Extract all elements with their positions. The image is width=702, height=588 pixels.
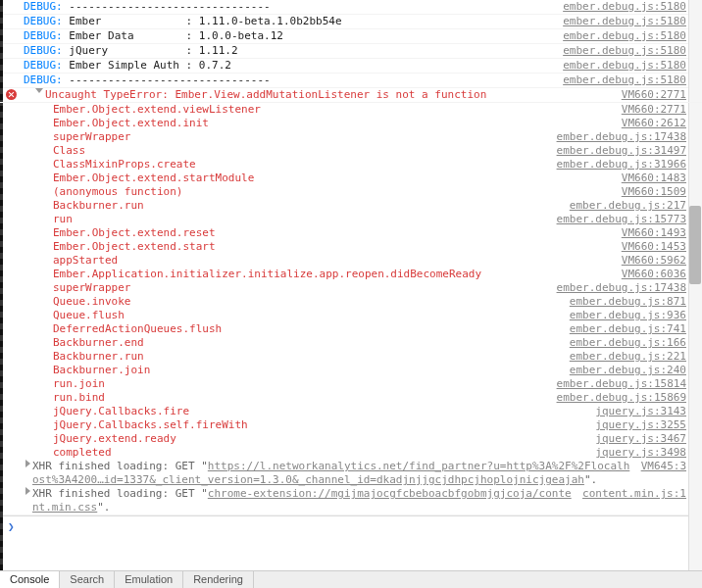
stacktrace-row: Backburner.runember.debug.js:221 [0,350,702,364]
source-link[interactable]: ember.debug.js:15773 [549,213,686,226]
debug-text: DEBUG: jQuery : 1.11.2 [24,44,555,58]
stacktrace-label: Ember.Object.extend.init [35,117,614,130]
stacktrace-label: run.join [35,377,549,391]
stacktrace-label: DeferredActionQueues.flush [35,322,562,336]
source-link[interactable]: ember.debug.js:217 [562,199,686,213]
stacktrace-row: (anonymous function)VM660:1509 [0,185,702,199]
source-link[interactable]: ember.debug.js:5180 [555,15,686,28]
stacktrace-row: superWrapperember.debug.js:17438 [0,281,702,295]
source-link[interactable]: jquery.js:3255 [587,418,686,432]
stacktrace-label: Ember.Object.extend.viewListener [35,103,614,117]
stacktrace-row: Backburner.endember.debug.js:166 [0,336,702,350]
debug-text: DEBUG: Ember Data : 1.0.0-beta.12 [24,29,555,43]
tab-console[interactable]: Console [0,571,60,588]
chevron-down-icon[interactable] [35,88,43,93]
stacktrace-row: jQuery.Callbacks.self.fireWithjquery.js:… [0,418,702,432]
source-link[interactable]: VM645:3 [633,460,686,487]
stacktrace-label: jQuery.Callbacks.self.fireWith [35,418,587,432]
stacktrace-label: Ember.Object.extend.startModule [35,172,614,185]
source-link[interactable]: ember.debug.js:5180 [555,29,686,43]
error-row[interactable]: Uncaught TypeError: Ember.View.addMutati… [0,88,702,103]
source-link[interactable]: ember.debug.js:31497 [549,144,686,158]
source-link[interactable]: ember.debug.js:17438 [549,130,686,144]
source-link[interactable]: VM660:2771 [614,103,686,117]
source-link[interactable]: VM660:2771 [614,88,686,102]
source-link[interactable]: ember.debug.js:5180 [555,59,686,73]
source-link[interactable]: jquery.js:3467 [587,432,686,446]
prompt-chevron-icon: ❯ [8,520,15,533]
stacktrace-label: Queue.flush [35,309,562,322]
stacktrace-row: Ember.Object.extend.startModuleVM660:148… [0,172,702,185]
source-link[interactable]: content.min.js:1 [575,487,686,514]
stacktrace-row: jQuery.extend.readyjquery.js:3467 [0,432,702,446]
stacktrace-row: Backburner.runember.debug.js:217 [0,199,702,213]
stacktrace-row: Ember.Object.extend.viewListenerVM660:27… [0,103,702,117]
stacktrace-row: Backburner.joinember.debug.js:240 [0,364,702,377]
source-link[interactable]: ember.debug.js:17438 [549,281,686,295]
xhr-row[interactable]: XHR finished loading: GET "chrome-extens… [0,487,702,515]
stacktrace-label: completed [35,446,587,460]
stacktrace-label: Backburner.run [35,350,562,364]
tab-emulation[interactable]: Emulation [115,571,183,588]
stacktrace-label: jQuery.extend.ready [35,432,587,446]
xhr-row[interactable]: XHR finished loading: GET "https://l.net… [0,460,702,487]
xhr-prefix: XHR finished loading: GET " [32,487,208,500]
source-link[interactable]: ember.debug.js:741 [562,322,686,336]
scrollbar-thumb[interactable] [689,206,701,284]
source-link[interactable]: ember.debug.js:15869 [549,391,686,405]
source-link[interactable]: ember.debug.js:936 [562,309,686,322]
stacktrace-label: Backburner.join [35,364,562,377]
source-link[interactable]: VM660:6036 [614,268,686,281]
stacktrace-row: Classember.debug.js:31497 [0,144,702,158]
debug-row: DEBUG: Ember Simple Auth : 0.7.2ember.de… [0,59,702,74]
console-input[interactable] [21,520,686,533]
stacktrace-row: Queue.flushember.debug.js:936 [0,309,702,322]
stacktrace-row: Ember.Object.extend.resetVM660:1493 [0,226,702,240]
stacktrace-label: Ember.Object.extend.start [35,240,614,254]
stacktrace-label: Backburner.end [35,336,562,350]
error-message: Uncaught TypeError: Ember.View.addMutati… [45,88,614,102]
chevron-right-icon[interactable] [25,460,30,467]
debug-row: DEBUG: Ember : 1.11.0-beta.1.0b2bb54eemb… [0,15,702,29]
source-link[interactable]: ember.debug.js:5180 [555,0,686,14]
debug-text: DEBUG: ------------------------------- [24,0,555,14]
tab-search[interactable]: Search [60,571,115,588]
source-link[interactable]: ember.debug.js:871 [562,295,686,309]
source-link[interactable]: ember.debug.js:221 [562,350,686,364]
stacktrace-row: superWrapperember.debug.js:17438 [0,130,702,144]
source-link[interactable]: VM660:1493 [614,226,686,240]
source-link[interactable]: ember.debug.js:166 [562,336,686,350]
source-link[interactable]: VM660:1509 [614,185,686,199]
debug-row: DEBUG: jQuery : 1.11.2ember.debug.js:518… [0,44,702,59]
stacktrace-label: Ember.Application.initializer.initialize… [35,268,614,281]
scrollbar-track[interactable] [688,0,702,570]
source-link[interactable]: VM660:1483 [614,172,686,185]
source-link[interactable]: ember.debug.js:5180 [555,74,686,87]
source-link[interactable]: VM660:1453 [614,240,686,254]
source-link[interactable]: ember.debug.js:240 [562,364,686,377]
stacktrace-label: run [35,213,549,226]
stacktrace-row: ClassMixinProps.createember.debug.js:319… [0,158,702,172]
stacktrace-row: Ember.Object.extend.initVM660:2612 [0,117,702,130]
xhr-message: XHR finished loading: GET "https://l.net… [32,460,633,487]
source-link[interactable]: jquery.js:3143 [587,405,686,418]
debug-row: DEBUG: -------------------------------em… [0,0,702,15]
stacktrace-label: (anonymous function) [35,185,614,199]
chevron-right-icon[interactable] [25,487,30,495]
source-link[interactable]: VM660:2612 [614,117,686,130]
left-gutter-strip [0,0,3,570]
stacktrace-row: Ember.Object.extend.startVM660:1453 [0,240,702,254]
source-link[interactable]: ember.debug.js:31966 [549,158,686,172]
console-prompt-row[interactable]: ❯ [0,515,702,537]
stacktrace-label: appStarted [35,254,614,268]
source-link[interactable]: VM660:5962 [614,254,686,268]
debug-text: DEBUG: Ember : 1.11.0-beta.1.0b2bb54e [24,15,555,28]
debug-text: DEBUG: ------------------------------- [24,74,555,87]
xhr-message: XHR finished loading: GET "chrome-extens… [32,487,575,514]
source-link[interactable]: ember.debug.js:15814 [549,377,686,391]
tab-rendering[interactable]: Rendering [183,571,254,588]
source-link[interactable]: ember.debug.js:5180 [555,44,686,58]
source-link[interactable]: jquery.js:3498 [587,446,686,460]
stacktrace-label: Class [35,144,549,158]
stacktrace-label: superWrapper [35,281,549,295]
